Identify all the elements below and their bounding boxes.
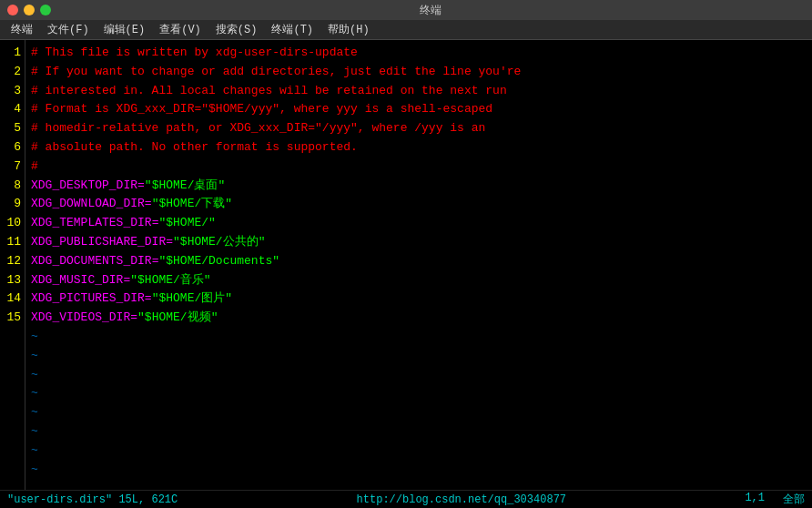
comment-text: # This file is written by xdg-user-dirs-…: [31, 46, 358, 59]
code-line-7: #: [31, 157, 807, 177]
line-number-13: 13: [4, 271, 21, 290]
line-number-6: 6: [4, 138, 21, 157]
line-number-7: 7: [4, 157, 21, 177]
code-line-13: XDG_MUSIC_DIR="$HOME/音乐": [31, 271, 807, 290]
scroll-position: 全部: [783, 492, 805, 507]
tilde-line-2: ~: [31, 366, 807, 385]
code-line-12: XDG_DOCUMENTS_DIR="$HOME/Documents": [31, 252, 807, 271]
maximize-btn[interactable]: [40, 5, 51, 15]
menu-edit[interactable]: 编辑(E): [96, 20, 153, 39]
titlebar: 终端: [0, 0, 812, 20]
line-number-10: 10: [4, 214, 21, 233]
comment-text: # absolute path. No other format is supp…: [31, 140, 358, 154]
status-position: 1,1 全部: [745, 492, 805, 507]
minimize-btn[interactable]: [24, 5, 35, 15]
var-name: XDG_DESKTOP_DIR: [31, 178, 137, 192]
close-btn[interactable]: [7, 5, 18, 15]
line-number-15: 15: [4, 309, 21, 328]
equals-sign: =: [145, 197, 152, 210]
equals-sign: =: [137, 178, 145, 192]
line-number-5: 5: [4, 119, 21, 138]
code-line-3: # interested in. All local changes will …: [31, 82, 807, 101]
string-value: "$HOME/桌面": [145, 178, 225, 192]
line-number-1: 1: [4, 44, 21, 63]
menu-help[interactable]: 帮助(H): [320, 20, 377, 39]
cursor-position: 1,1: [745, 492, 765, 507]
code-line-2: # If you want to change or add directori…: [31, 63, 807, 82]
line-numbers: 123456789101112131415: [0, 40, 25, 490]
string-value: "$HOME/": [158, 216, 215, 229]
tilde-line-5: ~: [31, 422, 807, 442]
tilde-line-6: ~: [31, 442, 807, 461]
menu-terminal[interactable]: 终端: [4, 20, 40, 39]
tilde-line-1: ~: [31, 347, 807, 366]
tilde-line-0: ~: [31, 328, 807, 347]
comment-text: # interested in. All local changes will …: [31, 84, 507, 97]
var-name: XDG_VIDEOS_DIR: [31, 310, 130, 324]
tilde-line-7: ~: [31, 461, 807, 480]
code-line-14: XDG_PICTURES_DIR="$HOME/图片": [31, 290, 807, 309]
statusbar: "user-dirs.dirs" 15L, 621C http://blog.c…: [0, 490, 812, 508]
menubar: 终端 文件(F) 编辑(E) 查看(V) 搜索(S) 终端(T) 帮助(H): [0, 20, 812, 40]
line-number-12: 12: [4, 252, 21, 271]
comment-text: # If you want to change or add directori…: [31, 65, 521, 78]
equals-sign: =: [145, 291, 152, 305]
line-number-2: 2: [4, 63, 21, 82]
menu-view[interactable]: 查看(V): [152, 20, 208, 39]
line-number-9: 9: [4, 195, 21, 214]
editor[interactable]: 123456789101112131415 # This file is wri…: [0, 40, 812, 490]
menu-file[interactable]: 文件(F): [40, 20, 96, 39]
menu-search[interactable]: 搜索(S): [208, 20, 265, 39]
line-number-8: 8: [4, 177, 21, 196]
comment-text: # Format is XDG_xxx_DIR="$HOME/yyy", whe…: [31, 102, 492, 116]
window-title: 终端: [56, 3, 805, 18]
var-name: XDG_PICTURES_DIR: [31, 291, 145, 305]
var-name: XDG_DOWNLOAD_DIR: [31, 197, 145, 210]
code-line-9: XDG_DOWNLOAD_DIR="$HOME/下载": [31, 195, 807, 214]
equals-sign: =: [130, 310, 137, 324]
string-value: "$HOME/下载": [152, 197, 232, 210]
status-file-info: "user-dirs.dirs" 15L, 621C: [7, 493, 178, 506]
code-area[interactable]: # This file is written by xdg-user-dirs-…: [25, 40, 812, 490]
line-number-3: 3: [4, 82, 21, 101]
code-line-4: # Format is XDG_xxx_DIR="$HOME/yyy", whe…: [31, 100, 807, 119]
code-line-1: # This file is written by xdg-user-dirs-…: [31, 44, 807, 63]
string-value: "$HOME/音乐": [130, 273, 210, 287]
string-value: "$HOME/Documents": [158, 254, 279, 268]
equals-sign: =: [166, 235, 173, 249]
line-number-14: 14: [4, 290, 21, 309]
code-line-5: # homedir-relative path, or XDG_xxx_DIR=…: [31, 119, 807, 138]
comment-text: #: [31, 159, 38, 173]
var-name: XDG_DOCUMENTS_DIR: [31, 254, 152, 268]
string-value: "$HOME/公共的": [173, 235, 265, 249]
line-number-11: 11: [4, 233, 21, 252]
line-number-4: 4: [4, 100, 21, 119]
string-value: "$HOME/视频": [137, 310, 218, 324]
var-name: XDG_PUBLICSHARE_DIR: [31, 235, 166, 249]
code-line-10: XDG_TEMPLATES_DIR="$HOME/": [31, 214, 807, 233]
status-url: http://blog.csdn.net/qq_30340877: [357, 493, 566, 506]
string-value: "$HOME/图片": [152, 291, 232, 305]
tilde-line-3: ~: [31, 384, 807, 403]
var-name: XDG_TEMPLATES_DIR: [31, 216, 152, 229]
code-line-11: XDG_PUBLICSHARE_DIR="$HOME/公共的": [31, 233, 807, 252]
code-line-6: # absolute path. No other format is supp…: [31, 138, 807, 157]
tilde-line-4: ~: [31, 403, 807, 422]
comment-text: # homedir-relative path, or XDG_xxx_DIR=…: [31, 121, 485, 135]
code-line-8: XDG_DESKTOP_DIR="$HOME/桌面": [31, 177, 807, 196]
code-line-15: XDG_VIDEOS_DIR="$HOME/视频": [31, 309, 807, 328]
menu-terminal2[interactable]: 终端(T): [264, 20, 320, 39]
var-name: XDG_MUSIC_DIR: [31, 273, 123, 287]
